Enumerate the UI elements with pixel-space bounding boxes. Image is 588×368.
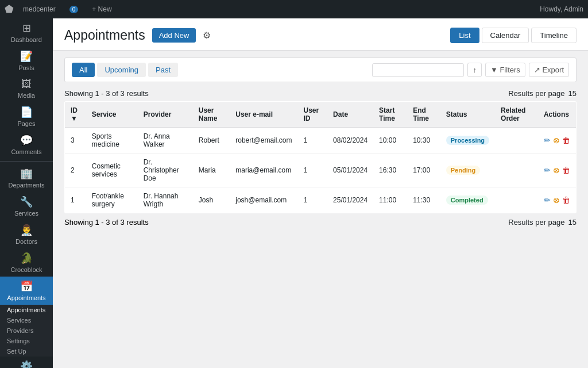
delete-icon[interactable]: 🗑 xyxy=(562,166,570,175)
tab-past[interactable]: Past xyxy=(148,63,178,77)
results-showing: Showing 1 - 3 of 3 results xyxy=(64,89,149,98)
comments-icon: 💬 xyxy=(20,134,33,147)
cell-starttime: 16:30 xyxy=(373,154,407,187)
sidebar-item-dashboard[interactable]: ⊞ Dashboard xyxy=(0,18,53,47)
delete-icon[interactable]: 🗑 xyxy=(562,195,570,205)
cell-userid: 1 xyxy=(297,154,327,187)
dashboard-icon: ⊞ xyxy=(22,22,31,34)
wp-logo[interactable]: ⬟ xyxy=(5,3,14,16)
export-button[interactable]: ↗ Export xyxy=(529,63,569,77)
cell-status: Completed xyxy=(440,187,495,213)
tab-all[interactable]: All xyxy=(72,63,95,77)
tab-upcoming[interactable]: Upcoming xyxy=(97,63,146,77)
cancel-icon[interactable]: ⊗ xyxy=(553,166,560,175)
action-icons: ✏ ⊗ 🗑 xyxy=(544,166,570,175)
sidebar-item-media[interactable]: 🖼 Media xyxy=(0,75,53,102)
cell-service: Sports medicine xyxy=(86,128,138,154)
cancel-icon[interactable]: ⊗ xyxy=(553,195,560,205)
cell-username: Robert xyxy=(193,128,230,154)
cell-id: 3 xyxy=(65,128,86,154)
col-useremail: User e-mail xyxy=(230,102,297,128)
sidebar-sub-providers[interactable]: Providers xyxy=(0,325,53,336)
pages-icon: 📄 xyxy=(20,106,33,118)
table-row: 2 Cosmetic services Dr. Christopher Doe … xyxy=(65,154,577,187)
appointments-table: ID ▼ Service Provider User Name User e-m… xyxy=(64,101,577,213)
export-icon-button[interactable]: ↑ xyxy=(467,63,482,77)
col-username: User Name xyxy=(193,102,230,128)
cell-date: 08/02/2024 xyxy=(327,128,373,154)
sidebar: ⊞ Dashboard 📝 Posts 🖼 Media 📄 Pages 💬 Co… xyxy=(0,0,53,368)
list-view-button[interactable]: List xyxy=(450,28,479,43)
howdy-text: Howdy, Admin xyxy=(540,5,583,13)
status-badge: Processing xyxy=(446,136,489,145)
new-content-button[interactable]: + New xyxy=(87,5,116,13)
col-starttime: Start Time xyxy=(373,102,407,128)
sidebar-item-departments[interactable]: 🏢 Departments xyxy=(0,164,53,192)
media-icon: 🖼 xyxy=(21,78,32,90)
table-header-row: ID ▼ Service Provider User Name User e-m… xyxy=(65,102,577,128)
results-per-page-label-bottom: Results per page xyxy=(508,218,564,227)
notifications[interactable]: 0 xyxy=(65,6,83,13)
timeline-view-button[interactable]: Timeline xyxy=(531,28,577,43)
cell-date: 05/01/2024 xyxy=(327,154,373,187)
results-per-page-label: Results per page xyxy=(508,89,564,98)
search-area: ↑ ▼ Filters ↗ Export xyxy=(372,63,569,77)
cell-username: Maria xyxy=(193,154,230,187)
sidebar-item-doctors[interactable]: 👨‍⚕️ Doctors xyxy=(0,220,53,248)
filters-button[interactable]: ▼ Filters xyxy=(485,63,525,77)
sidebar-item-appointments[interactable]: 📅 Appointments xyxy=(0,277,53,305)
cell-starttime: 11:00 xyxy=(373,187,407,213)
add-new-button[interactable]: Add New xyxy=(152,28,196,43)
edit-icon[interactable]: ✏ xyxy=(544,166,551,175)
sidebar-item-posts[interactable]: 📝 Posts xyxy=(0,47,53,75)
table-row: 1 Foot/ankle surgery Dr. Hannah Wrigth J… xyxy=(65,187,577,213)
gear-icon: ⚙ xyxy=(203,30,211,40)
calendar-view-button[interactable]: Calendar xyxy=(482,28,529,43)
search-input[interactable] xyxy=(372,63,464,77)
cell-endtime: 11:30 xyxy=(407,187,440,213)
cell-userid: 1 xyxy=(297,128,327,154)
col-actions: Actions xyxy=(538,102,577,128)
sidebar-item-comments[interactable]: 💬 Comments xyxy=(0,131,53,159)
results-per-page-top: Results per page 15 xyxy=(508,89,577,98)
cell-actions: ✏ ⊗ 🗑 xyxy=(538,154,577,187)
cell-date: 25/01/2024 xyxy=(327,187,373,213)
results-per-page-bottom: Results per page 15 xyxy=(508,218,577,227)
view-toggle: List Calendar Timeline xyxy=(450,28,577,43)
sidebar-item-jetengine[interactable]: ⚙️ JetEngine xyxy=(0,356,53,368)
cell-relatedorder xyxy=(495,128,538,154)
sidebar-sub-appointments[interactable]: Appointments xyxy=(0,305,53,315)
cell-username: Josh xyxy=(193,187,230,213)
sidebar-sub-services[interactable]: Services xyxy=(0,315,53,325)
cell-provider: Dr. Christopher Doe xyxy=(138,154,193,187)
sidebar-sub-settings[interactable]: Settings xyxy=(0,336,53,346)
settings-gear-button[interactable]: ⚙ xyxy=(203,30,211,41)
cell-id: 2 xyxy=(65,154,86,187)
col-service: Service xyxy=(86,102,138,128)
delete-icon[interactable]: 🗑 xyxy=(562,136,570,145)
cell-endtime: 10:30 xyxy=(407,128,440,154)
edit-icon[interactable]: ✏ xyxy=(544,195,551,205)
cell-useremail: maria@email.com xyxy=(230,154,297,187)
services-icon: 🔧 xyxy=(20,195,33,208)
cell-service: Cosmetic services xyxy=(86,154,138,187)
site-name[interactable]: medcenter xyxy=(18,5,60,13)
cell-useremail: robert@email.com xyxy=(230,128,297,154)
col-provider: Provider xyxy=(138,102,193,128)
cell-service: Foot/ankle surgery xyxy=(86,187,138,213)
page-header: Appointments Add New ⚙ List Calendar Tim… xyxy=(53,18,588,51)
col-userid: User ID xyxy=(297,102,327,128)
sidebar-item-pages[interactable]: 📄 Pages xyxy=(0,102,53,131)
cancel-icon[interactable]: ⊗ xyxy=(553,136,560,145)
status-badge: Pending xyxy=(446,166,480,175)
results-bar-bottom: Showing 1 - 3 of 3 results Results per p… xyxy=(64,218,577,227)
sidebar-item-services[interactable]: 🔧 Services xyxy=(0,192,53,220)
upload-icon: ↑ xyxy=(473,66,477,74)
cell-relatedorder xyxy=(495,154,538,187)
edit-icon[interactable]: ✏ xyxy=(544,136,551,145)
sidebar-divider-1 xyxy=(0,161,53,162)
results-bar-top: Showing 1 - 3 of 3 results Results per p… xyxy=(64,89,577,98)
sidebar-sub-setup[interactable]: Set Up xyxy=(0,346,53,356)
sidebar-item-crocoblock[interactable]: 🐊 Crocoblock xyxy=(0,248,53,277)
appointments-submenu: Appointments Services Providers Settings… xyxy=(0,305,53,356)
